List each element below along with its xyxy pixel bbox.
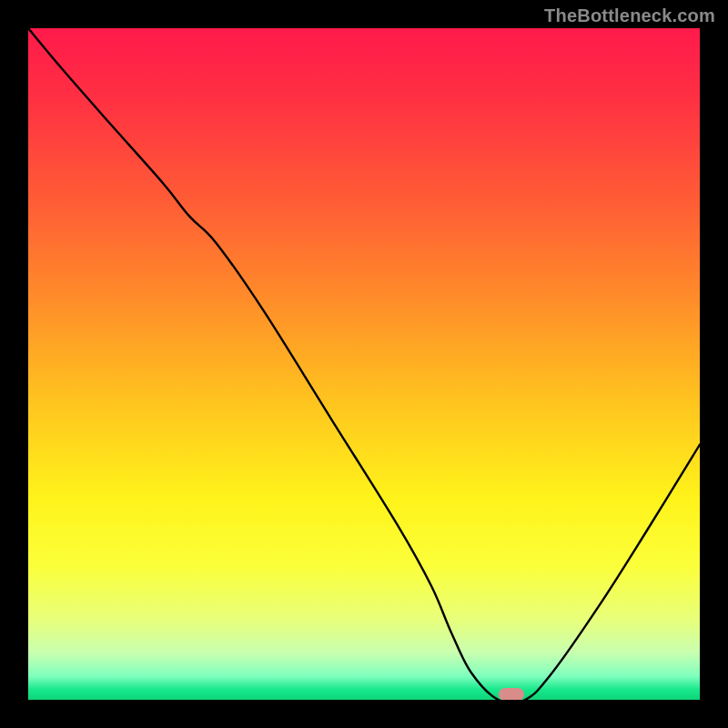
bottleneck-curve: [28, 28, 700, 700]
chart-frame: TheBottleneck.com: [0, 0, 728, 728]
watermark-text: TheBottleneck.com: [544, 5, 715, 26]
plot-area: [28, 28, 700, 700]
optimal-marker: [499, 688, 524, 700]
